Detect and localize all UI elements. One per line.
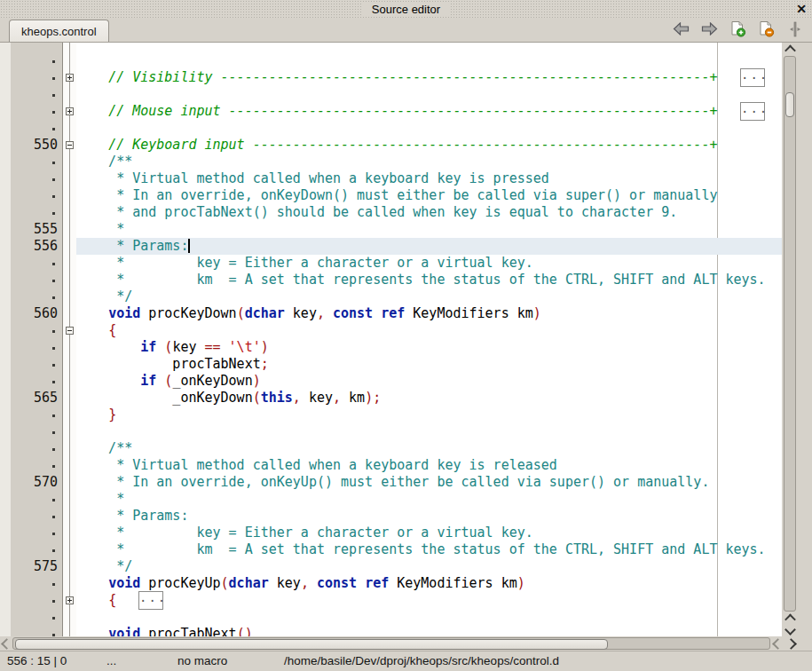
go-forward-button[interactable] (701, 20, 718, 37)
code-line[interactable]: * Params: (76, 508, 782, 525)
line-dot-icon (52, 263, 55, 265)
code-line[interactable]: */ (76, 288, 782, 305)
line-number: 556 (11, 238, 62, 255)
fold-cell (63, 339, 76, 356)
code-line[interactable]: if (key == '\t') (76, 339, 782, 356)
horizontal-scrollbar-thumb[interactable] (15, 639, 608, 650)
scroll-left-button[interactable] (0, 636, 13, 651)
scroll-left-button-right[interactable] (771, 636, 784, 651)
code-token: , (301, 575, 309, 591)
scroll-up-button[interactable] (782, 43, 798, 55)
code-token: * km = A set that represents the status … (76, 272, 766, 288)
code-token: if (140, 373, 156, 389)
close-icon[interactable]: ✕ (796, 1, 807, 17)
code-line[interactable]: // Keyboard input ----------------------… (76, 137, 782, 154)
vertical-scrollbar-track[interactable] (784, 56, 796, 612)
fold-expand-icon[interactable] (66, 596, 74, 604)
code-line[interactable] (76, 120, 782, 137)
fold-collapse-icon[interactable] (66, 141, 74, 149)
folded-code-ellipsis[interactable]: ... (740, 102, 765, 121)
code-line[interactable]: } (76, 407, 782, 423)
code-token: // Mouse input -------------------------… (108, 103, 717, 119)
code-line[interactable]: * In an override, onKeyDown() must eithe… (76, 187, 782, 204)
line-dot-icon (52, 448, 55, 451)
horizontal-scrollbar[interactable] (0, 636, 812, 651)
window-title: Source editor (363, 3, 449, 16)
code-line[interactable]: * Virtual method called when a keyboard … (76, 457, 782, 474)
code-line[interactable]: procTabNext; (76, 356, 782, 373)
code-line[interactable]: void procTabNext() (76, 626, 782, 636)
folded-code-ellipsis[interactable]: ... (740, 68, 765, 87)
code-line[interactable]: * Virtual method called when a keyboard … (76, 170, 782, 187)
line-number: 555 (11, 221, 62, 238)
folded-code-ellipsis[interactable]: ... (138, 591, 163, 610)
code-line[interactable]: void procKeyUp(dchar key, const ref KeyM… (76, 575, 782, 592)
tab-kheops-control[interactable]: kheops.control (9, 20, 109, 42)
code-token: void (108, 305, 140, 321)
code-line[interactable]: */ (76, 558, 782, 575)
code-line[interactable]: * In an override, onKeyUp() must either … (76, 474, 782, 491)
right-gutter-spacer (798, 43, 812, 636)
code-line[interactable]: // Visibility --------------------------… (76, 69, 782, 86)
scroll-right-icon (785, 638, 797, 650)
vertical-scrollbar[interactable] (782, 43, 798, 636)
code-line[interactable]: { (76, 322, 782, 339)
code-line[interactable]: * key = Either a character or a virtual … (76, 255, 782, 272)
code-line[interactable]: if (_onKeyDown) (76, 373, 782, 390)
scroll-right-button[interactable] (784, 636, 798, 651)
fold-expand-icon[interactable] (66, 107, 74, 115)
title-bar[interactable]: Source editor ✕ (0, 0, 812, 18)
code-line[interactable]: _onKeyDown(this, key, km); (76, 390, 782, 407)
gutter-cell (11, 86, 62, 103)
fold-cell (63, 609, 76, 626)
code-line[interactable]: // Mouse input -------------------------… (76, 103, 782, 120)
gutter-cell (11, 154, 62, 170)
code-line[interactable]: * km = A set that represents the status … (76, 272, 782, 288)
fold-collapse-icon[interactable] (66, 327, 74, 335)
code-line[interactable]: * and procTabNext() should be called whe… (76, 204, 782, 221)
new-document-button[interactable] (729, 20, 746, 37)
code-line[interactable]: * km = A set that represents the status … (76, 541, 782, 558)
fold-cell (63, 272, 76, 288)
line-number: 560 (11, 305, 62, 322)
code-token (76, 626, 108, 636)
code-token: '\t' (229, 339, 261, 355)
code-token: ) (253, 373, 261, 389)
code-token: ( (221, 575, 229, 591)
vertical-scrollbar-thumb[interactable] (785, 92, 794, 117)
code-token: ); (365, 390, 381, 406)
detach-editor-button[interactable] (786, 20, 803, 37)
fold-cell (63, 255, 76, 272)
code-line[interactable]: {... (76, 592, 782, 609)
code-line[interactable]: * key = Either a character or a virtual … (76, 525, 782, 541)
close-document-button[interactable] (758, 20, 775, 37)
line-dot-icon (52, 60, 55, 63)
code-token (156, 339, 164, 355)
gutter-cell (11, 525, 62, 541)
code-line[interactable] (76, 52, 782, 69)
file-path: /home/basile/Dev/dproj/kheops/src/kheops… (284, 654, 559, 667)
code-line[interactable]: /** (76, 154, 782, 170)
code-line[interactable] (76, 423, 782, 440)
code-line[interactable] (76, 86, 782, 103)
go-back-button[interactable] (673, 20, 690, 37)
code-line[interactable]: * (76, 491, 782, 508)
fold-cell (63, 558, 76, 575)
scroll-up-button-bottom[interactable] (782, 612, 798, 624)
code-line[interactable]: void procKeyDown(dchar key, const ref Ke… (76, 305, 782, 322)
gutter-cell (11, 187, 62, 204)
fold-margin (62, 43, 76, 636)
code-token: procTabNext (76, 356, 261, 372)
code-token (76, 373, 140, 389)
scroll-down-button[interactable] (782, 624, 798, 635)
horizontal-scrollbar-track[interactable] (12, 637, 770, 650)
code-line[interactable]: /** (76, 440, 782, 457)
code-text-area[interactable]: // Visibility --------------------------… (76, 43, 782, 636)
fold-expand-icon[interactable] (66, 74, 74, 82)
code-line-current[interactable]: * Params: (76, 238, 782, 255)
code-line[interactable] (76, 609, 782, 626)
fold-rows (63, 52, 76, 643)
status-bar: 556 : 15 | 0 ... no macro /home/basile/D… (0, 651, 812, 671)
code-line[interactable]: * (76, 221, 782, 238)
code-token: * Params: (76, 508, 188, 524)
